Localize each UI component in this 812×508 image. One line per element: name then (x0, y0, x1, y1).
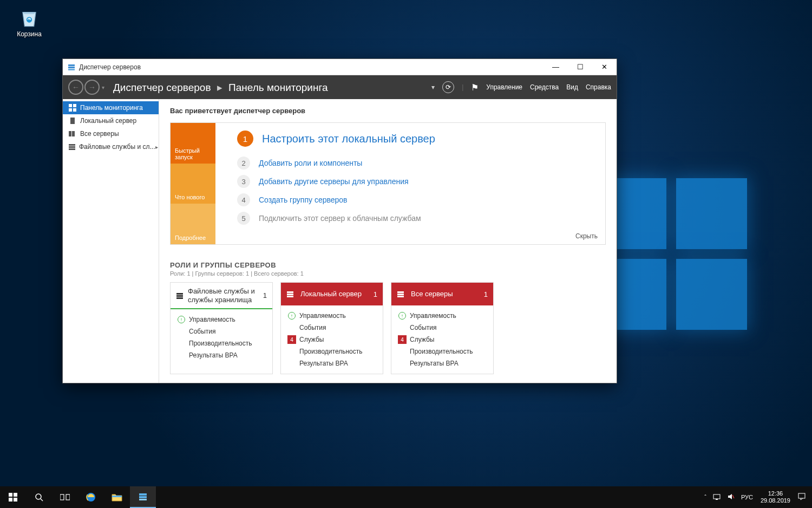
tile-row[interactable]: События (397, 322, 488, 334)
tile-count: 1 (374, 290, 377, 298)
tile-row[interactable]: События (176, 325, 267, 337)
breadcrumb-root[interactable]: Диспетчер серверов (113, 82, 211, 93)
storage-icon (68, 142, 76, 151)
tile-row-label: Результаты BPA (410, 360, 459, 367)
tile-row[interactable]: ↑Управляемость (176, 314, 267, 325)
tile-row[interactable]: События (286, 322, 377, 334)
tray-chevron-up-icon[interactable]: ˆ (701, 494, 710, 500)
sidebar-item-file-services[interactable]: Файловые службы и сл... ▸ (63, 140, 159, 153)
app-icon (67, 63, 76, 71)
start-button[interactable] (0, 486, 26, 508)
tile-row[interactable]: 4Службы (286, 334, 377, 346)
tray-time: 12:36 (761, 490, 790, 497)
tray-network-icon[interactable] (710, 493, 724, 502)
svg-rect-5 (73, 104, 76, 107)
menu-view[interactable]: Вид (566, 83, 578, 91)
tile-row[interactable]: Производительность (397, 346, 488, 357)
taskbar-taskview-button[interactable] (52, 486, 78, 508)
tile-row[interactable]: 4Службы (397, 334, 488, 346)
refresh-button[interactable]: ⟳ (442, 81, 454, 93)
taskbar-search-button[interactable] (26, 486, 52, 508)
nav-forward-button[interactable]: → (84, 80, 100, 95)
window-minimize-button[interactable]: — (543, 59, 568, 75)
step-number: 4 (237, 193, 250, 206)
sidebar-item-label: Локальный сервер (80, 117, 136, 125)
tile-row[interactable]: ↑Управляемость (397, 310, 488, 322)
svg-rect-34 (139, 493, 147, 496)
tab-quick-start[interactable]: Быстрый запуск (171, 123, 215, 164)
step-connect-cloud[interactable]: 5 Подключить этот сервер к облачным служ… (237, 212, 591, 225)
hide-link[interactable]: Скрыть (575, 232, 598, 240)
tile-row-label: Службы (299, 336, 324, 343)
main-content: Вас приветствует диспетчер серверов Быст… (159, 99, 617, 383)
notifications-flag-icon[interactable]: ⚑ (471, 82, 479, 93)
svg-rect-15 (176, 295, 183, 297)
sidebar-item-dashboard[interactable]: Панель мониторинга (63, 101, 159, 114)
window-maximize-button[interactable]: ☐ (568, 59, 592, 75)
tile-row-label: Результаты BPA (299, 360, 348, 367)
taskbar-explorer-button[interactable] (104, 486, 130, 508)
sidebar-item-label: Файловые службы и сл... (79, 143, 155, 151)
svg-rect-11 (69, 144, 75, 146)
tile-body: ↑УправляемостьСобытияПроизводительностьР… (171, 309, 272, 366)
tile-row-label: Службы (410, 336, 434, 343)
nav-back-button[interactable]: ← (68, 80, 83, 95)
tile-row[interactable]: Результаты BPA (176, 349, 267, 361)
step-configure-local-server[interactable]: 1 Настроить этот локальный сервер (237, 131, 591, 147)
step-label: Создать группу серверов (259, 196, 348, 204)
step-add-roles[interactable]: 2 Добавить роли и компоненты (237, 157, 591, 170)
svg-rect-18 (287, 294, 293, 295)
svg-rect-26 (14, 498, 17, 502)
tray-language-indicator[interactable]: РУС (738, 494, 756, 500)
role-tile[interactable]: Все серверы1↑УправляемостьСобытия4Службы… (391, 282, 494, 374)
sidebar-item-local-server[interactable]: Локальный сервер (63, 114, 159, 127)
tile-row[interactable]: Результаты BPA (286, 357, 377, 369)
taskbar-server-manager-button[interactable] (130, 486, 156, 508)
window-close-button[interactable]: ✕ (592, 59, 617, 75)
svg-rect-40 (798, 493, 805, 498)
sidebar-item-label: Панель мониторинга (80, 104, 143, 112)
taskbar-ie-button[interactable] (78, 486, 104, 508)
tile-header[interactable]: Все серверы1 (391, 283, 493, 305)
svg-rect-17 (287, 291, 293, 293)
svg-rect-1 (68, 64, 75, 66)
tray-clock[interactable]: 12:36 29.08.2019 (756, 490, 795, 504)
navbar: ← → ▾ Диспетчер серверов ▸ Панель монито… (63, 75, 617, 99)
tile-row[interactable]: Производительность (176, 337, 267, 349)
tile-row[interactable]: Производительность (286, 346, 377, 357)
sidebar-item-all-servers[interactable]: Все серверы (63, 127, 159, 140)
menu-manage[interactable]: Управление (486, 83, 522, 91)
desktop-icon-recycle-bin[interactable]: Корзина (10, 8, 49, 38)
step-label: Настроить этот локальный сервер (262, 133, 435, 145)
recycle-bin-label: Корзина (10, 30, 49, 38)
roles-section-subtitle: Роли: 1 | Группы серверов: 1 | Всего сер… (170, 270, 606, 277)
tile-header[interactable]: Файловые службы и службы хранилища1 (171, 283, 272, 309)
status-ok-icon: ↑ (286, 312, 297, 320)
dashboard-icon (68, 103, 77, 112)
tile-row[interactable]: Результаты BPA (397, 357, 488, 369)
svg-rect-10 (72, 131, 75, 136)
nav-history-dropdown[interactable]: ▾ (102, 84, 104, 90)
svg-rect-35 (139, 496, 147, 498)
nav-dropdown-indicator[interactable]: ▾ (431, 83, 435, 91)
tray-action-center-button[interactable] (795, 493, 809, 502)
step-add-servers[interactable]: 3 Добавить другие серверы для управления (237, 175, 591, 188)
breadcrumb-separator: ▸ (217, 82, 222, 93)
tile-header[interactable]: Локальный сервер1 (281, 283, 383, 305)
svg-rect-21 (397, 294, 404, 295)
menu-tools[interactable]: Средства (530, 83, 559, 91)
titlebar[interactable]: Диспетчер серверов — ☐ ✕ (63, 59, 617, 75)
status-error-badge: 4 (286, 335, 297, 344)
step-number: 2 (237, 157, 250, 170)
role-tile[interactable]: Файловые службы и службы хранилища1↑Упра… (170, 282, 273, 374)
windows-logo-watermark (595, 178, 747, 330)
tile-row[interactable]: ↑Управляемость (286, 310, 377, 322)
tab-whats-new[interactable]: Что нового (171, 164, 215, 204)
svg-rect-19 (287, 296, 293, 297)
step-create-group[interactable]: 4 Создать группу серверов (237, 193, 591, 206)
role-tile[interactable]: Локальный сервер1↑УправляемостьСобытия4С… (280, 282, 383, 374)
tray-volume-icon[interactable] (724, 493, 738, 502)
tab-learn-more[interactable]: Подробнее (171, 204, 215, 244)
menu-help[interactable]: Справка (586, 83, 611, 91)
tile-row-label: Управляемость (410, 312, 456, 320)
